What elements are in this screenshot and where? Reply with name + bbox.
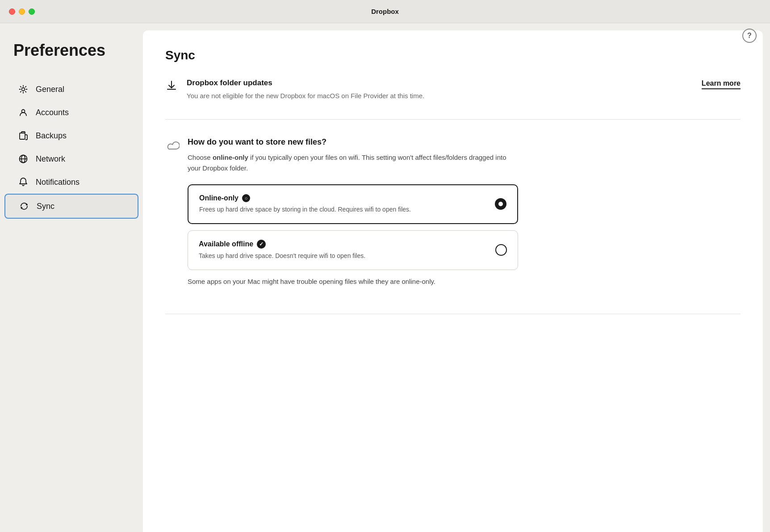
sidebar-item-notifications[interactable]: Notifications: [4, 170, 138, 194]
radio-options: Online-only ○ Frees up hard drive space …: [188, 184, 518, 270]
online-only-text: Online-only ○ Frees up hard drive space …: [199, 194, 411, 214]
available-offline-text: Available offline ✓ Takes up hard drive …: [199, 240, 365, 261]
online-only-emphasis: online-only: [213, 154, 248, 161]
sidebar-general-label: General: [36, 85, 64, 94]
online-only-title: Online-only ○: [199, 194, 411, 202]
network-icon: [18, 154, 29, 164]
folder-updates-heading: Dropbox folder updates: [187, 79, 424, 87]
sidebar-item-network[interactable]: Network: [4, 147, 138, 170]
page-title: Sync: [165, 48, 741, 62]
learn-more-button[interactable]: Learn more: [702, 79, 741, 89]
folder-updates-section: Dropbox folder updates You are not eligi…: [165, 79, 741, 106]
maximize-button[interactable]: [29, 8, 35, 15]
sidebar-item-backups[interactable]: Backups: [4, 124, 138, 147]
online-only-description: Frees up hard drive space by storing in …: [199, 205, 411, 214]
sidebar-sync-label: Sync: [37, 202, 54, 211]
preferences-title: Preferences: [0, 41, 143, 78]
sidebar-notifications-label: Notifications: [36, 178, 80, 187]
main-content: ? Sync Dropbox folder updates You are no…: [143, 30, 763, 532]
traffic-lights: [9, 8, 35, 15]
folder-updates-text: Dropbox folder updates You are not eligi…: [187, 79, 424, 101]
online-only-badge-icon: ○: [242, 194, 250, 202]
svg-rect-2: [20, 133, 25, 139]
backup-icon: [18, 130, 29, 141]
gear-icon: [18, 84, 29, 95]
sidebar-accounts-label: Accounts: [36, 108, 69, 117]
cloud-icon: [165, 139, 179, 153]
online-only-note: Some apps on your Mac might have trouble…: [188, 276, 518, 287]
minimize-button[interactable]: [19, 8, 25, 15]
online-only-option[interactable]: Online-only ○ Frees up hard drive space …: [188, 184, 518, 224]
sidebar-network-label: Network: [36, 154, 65, 164]
close-button[interactable]: [9, 8, 15, 15]
sidebar-item-sync[interactable]: Sync: [4, 194, 138, 219]
available-offline-badge-icon: ✓: [257, 240, 266, 249]
store-files-section: How do you want to store new files? Choo…: [165, 133, 741, 300]
account-icon: [18, 107, 29, 118]
section-divider-2: [165, 314, 741, 314]
svg-point-0: [22, 88, 25, 91]
download-icon: [165, 79, 178, 92]
bell-icon: [18, 177, 29, 187]
sidebar: Preferences General Accounts: [0, 23, 143, 532]
store-files-description: Choose online-only if you typically open…: [188, 152, 518, 174]
store-files-heading: How do you want to store new files?: [188, 137, 518, 147]
sidebar-item-general[interactable]: General: [4, 78, 138, 101]
available-offline-title: Available offline ✓: [199, 240, 365, 249]
available-offline-radio[interactable]: [495, 244, 507, 256]
folder-updates-description: You are not eligible for the new Dropbox…: [187, 91, 424, 101]
sync-icon: [19, 201, 29, 212]
titlebar: Dropbox: [0, 0, 770, 23]
app-container: Preferences General Accounts: [0, 23, 770, 532]
sidebar-item-accounts[interactable]: Accounts: [4, 101, 138, 124]
help-button[interactable]: ?: [742, 30, 757, 43]
folder-updates-content: Dropbox folder updates You are not eligi…: [165, 79, 684, 101]
available-offline-description: Takes up hard drive space. Doesn't requi…: [199, 251, 365, 261]
online-only-radio[interactable]: [495, 198, 506, 210]
available-offline-option[interactable]: Available offline ✓ Takes up hard drive …: [188, 230, 518, 270]
section-divider-1: [165, 119, 741, 120]
sidebar-backups-label: Backups: [36, 131, 67, 141]
store-files-text: How do you want to store new files? Choo…: [188, 137, 518, 296]
window-title: Dropbox: [371, 8, 399, 15]
